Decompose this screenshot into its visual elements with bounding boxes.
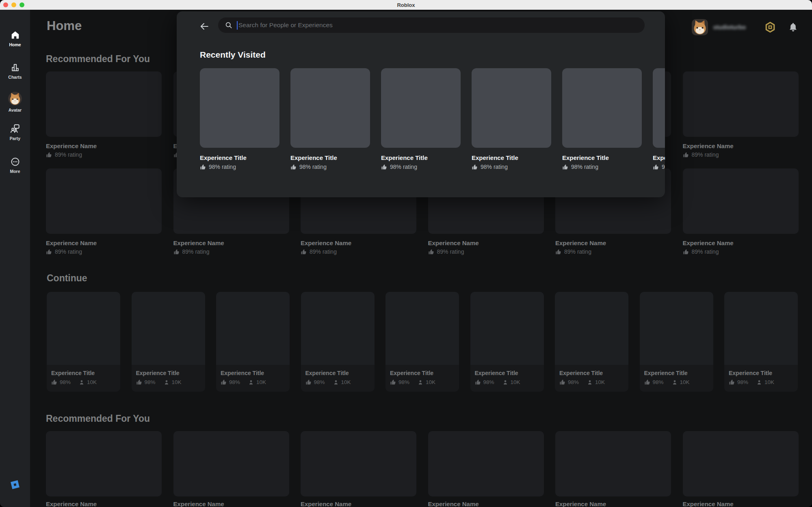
experience-rating: 98% rating [200,164,279,170]
recently-visited-card[interactable]: Experience Title 98% rating [290,68,370,170]
experience-title: Experience Title [562,154,642,162]
main-content: Home Recommended For You Experience Name… [30,10,812,507]
experience-thumbnail[interactable] [200,68,279,148]
roblox-studio-icon [8,477,22,492]
recently-visited-card[interactable]: Experience Title 98% rating [472,68,551,170]
experience-thumbnail[interactable] [290,68,370,148]
thumbs-up-icon [200,164,206,170]
cat-avatar-image [692,19,708,35]
sidebar: Home Charts Avatar [0,10,30,507]
back-button[interactable] [199,21,210,32]
experience-rating: 98% rating [472,164,551,170]
user-avatar-button[interactable] [692,19,708,35]
roblox-studio-button[interactable] [8,477,22,492]
sidebar-item-avatar[interactable]: Avatar [0,92,30,112]
experience-title: Experience Title [290,154,370,162]
close-window-button[interactable] [3,2,8,7]
sidebar-item-more[interactable]: More [0,157,30,174]
experience-title: Experience Title [472,154,551,162]
sidebar-item-home[interactable]: Home [0,30,30,47]
username-label[interactable]: studioturbo [713,24,746,30]
more-icon [10,157,20,167]
recently-visited-card[interactable]: Experience Title 98% rating [200,68,279,170]
robux-button[interactable] [764,22,776,33]
text-caret [237,21,238,30]
experience-rating: 98% rating [290,164,370,170]
macos-titlebar: Roblox [0,0,812,10]
sidebar-item-charts[interactable]: Charts [0,63,30,80]
search-icon [225,21,233,29]
experience-thumbnail[interactable] [653,68,665,148]
charts-icon [10,63,20,73]
recently-visited-card[interactable]: Experience Title 98% rating [653,68,665,170]
party-icon [10,123,20,134]
experience-title: Experience Title [653,154,665,162]
experience-thumbnail[interactable] [472,68,551,148]
search-bar[interactable] [218,17,645,33]
experience-rating: 98% rating [653,164,665,170]
thumbs-up-icon [381,164,387,170]
user-block: studioturbo [692,18,798,36]
thumbs-up-icon [562,164,568,170]
thumbs-up-icon [290,164,297,170]
traffic-lights [3,0,24,10]
window-title: Roblox [397,2,415,8]
avatar-thumbnail [8,92,22,106]
cat-avatar-image [8,92,22,106]
search-overlay-panel: Recently Visited Experience Title 98% ra… [177,11,665,197]
experience-rating: 98% rating [562,164,642,170]
minimize-window-button[interactable] [11,2,16,7]
search-input[interactable] [238,22,638,29]
experience-title: Experience Title [381,154,461,162]
notifications-button[interactable] [788,22,798,32]
experience-title: Experience Title [200,154,279,162]
recently-visited-title: Recently Visited [200,50,266,60]
recently-visited-card[interactable]: Experience Title 98% rating [562,68,642,170]
thumbs-up-icon [472,164,478,170]
back-arrow-icon [199,21,210,32]
roblox-app-window: Roblox Home Charts Avatar [0,0,812,507]
thumbs-up-icon [653,164,659,170]
bell-icon [788,22,798,32]
recently-visited-card[interactable]: Experience Title 98% rating [381,68,461,170]
home-icon [10,30,20,40]
zoom-window-button[interactable] [19,2,24,7]
experience-thumbnail[interactable] [562,68,642,148]
robux-icon [764,22,776,33]
experience-rating: 98% rating [381,164,461,170]
sidebar-item-party[interactable]: Party [0,123,30,141]
experience-thumbnail[interactable] [381,68,461,148]
